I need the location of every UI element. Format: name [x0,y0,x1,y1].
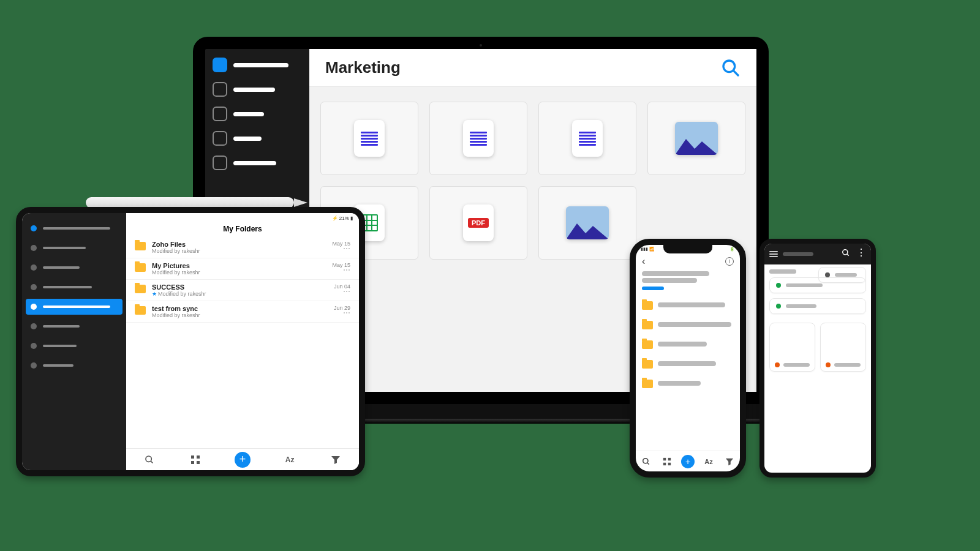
sort-icon[interactable]: Az [702,455,715,468]
image-icon [566,206,609,239]
search-icon[interactable] [842,249,850,260]
sidebar-item-3[interactable] [213,107,302,121]
tab-nav-4[interactable] [26,279,123,295]
sort-icon[interactable]: Az [283,453,296,467]
tab-nav-6[interactable] [26,318,123,334]
tablet-sidebar [22,213,126,470]
tab-nav-selected[interactable] [26,299,123,315]
folder-icon [135,242,146,250]
svg-line-1 [734,70,738,75]
folder-icon [135,263,146,272]
tab-nav-1[interactable] [26,220,123,236]
folder-icon [135,285,146,293]
svg-rect-10 [663,457,666,460]
add-button[interactable]: + [681,455,695,468]
folder-row[interactable]: SUCCESS★Modified by rakeshrJun 04⋯ [126,280,359,301]
svg-point-2 [146,456,151,462]
folder-row[interactable]: test from syncModified by rakeshrJun 29⋯ [126,301,359,323]
android-header: ⋮ [764,244,871,264]
tablet-heading: My Folders [126,221,359,237]
file-card[interactable] [429,102,527,175]
svg-rect-5 [197,455,200,459]
tab-nav-3[interactable] [26,260,123,276]
sidebar-item-5[interactable] [213,156,302,170]
phone-ios: ▮▮▮ 📶🔋 ‹ i + Az [630,239,746,478]
list-item[interactable] [636,295,740,315]
svg-line-3 [151,461,153,463]
svg-line-15 [847,254,849,256]
svg-rect-7 [197,461,200,464]
menu-icon[interactable] [769,250,778,258]
more-icon[interactable]: ⋮ [856,249,866,260]
folder-row[interactable]: Zoho FilesModified by rakeshrMay 15⋯ [126,237,359,258]
list-item[interactable] [769,298,866,314]
add-button[interactable]: + [235,452,251,468]
search-icon[interactable] [639,455,653,468]
sidebar-item-selected[interactable] [213,58,302,72]
file-card[interactable] [538,102,636,175]
info-icon[interactable]: i [725,257,734,266]
svg-point-14 [843,250,848,255]
document-icon [572,120,603,157]
grid-view-icon[interactable] [189,453,202,467]
list-item[interactable] [636,315,740,334]
sidebar-item-2[interactable] [213,82,302,97]
sidebar-item-4[interactable] [213,131,302,146]
folder-row[interactable]: My PicturesModified by rakeshrMay 15⋯ [126,258,359,280]
tablet-device: ⚡ 21% ▮ My Folders Zoho FilesModified by… [16,207,365,476]
phone-android: ⋮ [760,239,876,478]
document-icon [354,120,385,157]
filter-icon[interactable] [329,453,342,467]
file-card[interactable] [538,186,636,260]
search-icon[interactable] [721,58,741,78]
tablet-toolbar: + Az [126,448,359,470]
status-bar: ⚡ 21% ▮ [126,213,359,221]
page-title: Marketing [325,58,401,77]
file-card[interactable]: PDF [429,186,527,260]
svg-rect-6 [191,461,194,464]
list-item[interactable] [636,334,740,354]
image-icon [675,122,718,155]
phone-title-area [636,271,740,295]
file-card[interactable] [647,102,745,175]
svg-line-9 [647,462,649,464]
section-label [769,269,796,274]
pdf-icon: PDF [463,204,494,241]
svg-rect-11 [668,457,671,460]
tablet-main: ⚡ 21% ▮ My Folders Zoho FilesModified by… [126,213,359,470]
filter-icon[interactable] [723,455,736,468]
tab-nav-8[interactable] [26,358,123,373]
tab-nav-2[interactable] [26,240,123,256]
file-card[interactable] [320,102,418,175]
grid-item[interactable] [769,323,815,372]
phone-toolbar: + Az [636,451,740,471]
svg-rect-4 [191,455,194,459]
svg-rect-12 [663,462,666,465]
list-item[interactable] [636,373,740,393]
back-icon[interactable]: ‹ [642,256,645,267]
grid-item[interactable] [820,323,866,372]
folder-icon [135,306,146,315]
tab-nav-7[interactable] [26,338,123,354]
svg-rect-13 [668,462,671,465]
list-item[interactable] [636,354,740,373]
grid-view-icon[interactable] [660,455,674,468]
document-icon [463,120,494,157]
list-item[interactable] [818,267,866,283]
svg-point-8 [643,458,648,463]
search-icon[interactable] [143,453,156,467]
